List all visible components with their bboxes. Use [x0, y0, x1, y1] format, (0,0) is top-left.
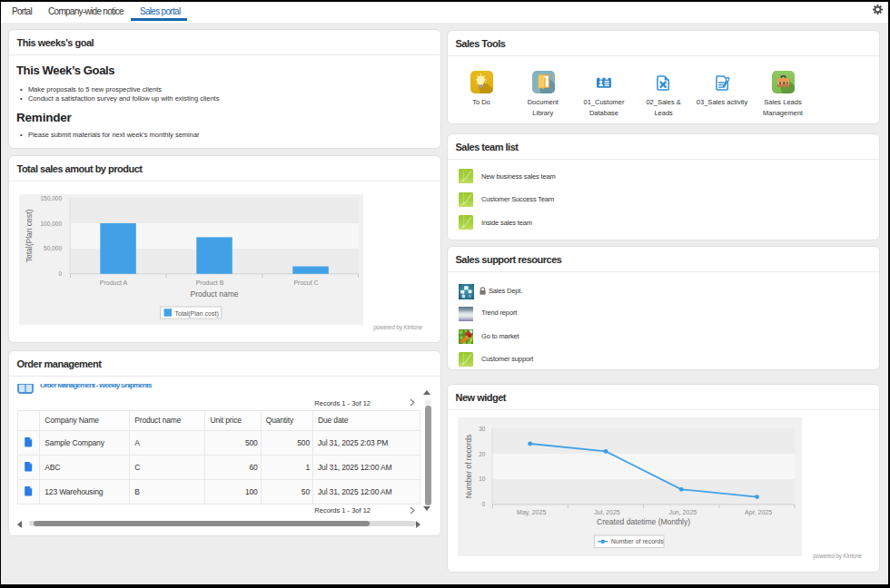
svg-text:Created datetime (Monthly): Created datetime (Monthly) — [597, 517, 690, 526]
svg-text:30: 30 — [479, 426, 486, 432]
svg-text:0: 0 — [58, 270, 62, 277]
svg-text:Apr, 2025: Apr, 2025 — [745, 509, 772, 516]
svg-text:100,000: 100,000 — [41, 220, 63, 227]
svg-text:Total(Plan cost): Total(Plan cost) — [175, 310, 219, 318]
svg-text:Number of records: Number of records — [464, 435, 473, 498]
svg-text:150,000: 150,000 — [41, 195, 63, 201]
svg-text:20: 20 — [479, 451, 486, 457]
svg-text:50,000: 50,000 — [44, 245, 62, 251]
svg-text:May, 2025: May, 2025 — [517, 509, 546, 516]
svg-text:Total(Plan cost): Total(Plan cost) — [25, 210, 34, 263]
svg-text:Jun, 2025: Jun, 2025 — [668, 509, 697, 515]
svg-text:0: 0 — [482, 501, 486, 507]
svg-text:Product name: Product name — [191, 289, 239, 299]
svg-text:Jul, 2025: Jul, 2025 — [594, 509, 620, 515]
svg-text:10: 10 — [479, 475, 486, 482]
svg-text:Procut C: Procut C — [293, 279, 318, 286]
svg-text:Number of records: Number of records — [611, 538, 664, 544]
svg-text:Product A: Product A — [100, 279, 128, 286]
svg-text:Product B: Product B — [196, 279, 224, 286]
